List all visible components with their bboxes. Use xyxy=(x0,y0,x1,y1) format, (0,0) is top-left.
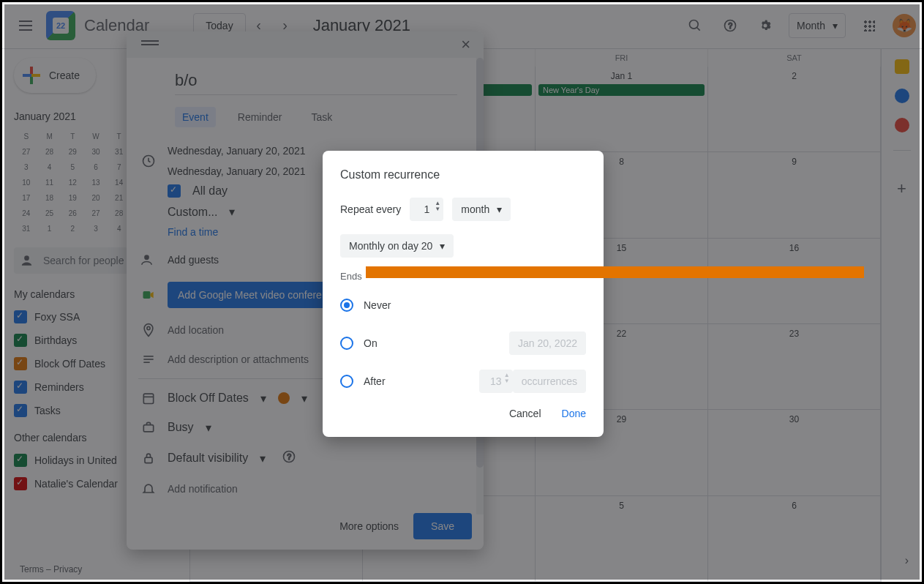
cancel-button[interactable]: Cancel xyxy=(509,408,541,419)
modal-title: Custom recurrence xyxy=(340,168,586,181)
repeat-every-label: Repeat every xyxy=(340,203,401,215)
repeat-unit-value: month xyxy=(461,203,489,215)
ends-after-radio[interactable] xyxy=(340,375,353,388)
chevron-down-icon: ▾ xyxy=(440,240,445,252)
occurrences-count-value: 13 xyxy=(490,375,502,387)
ends-on-radio[interactable] xyxy=(340,337,353,350)
ends-after-label: After xyxy=(364,375,386,387)
repeat-interval-value: 1 xyxy=(424,203,429,215)
occurrences-count-input[interactable]: 13 ▲▼ xyxy=(479,370,513,393)
done-button[interactable]: Done xyxy=(562,408,586,419)
repeat-interval-input[interactable]: 1 ▲▼ xyxy=(410,198,443,221)
ends-never-radio[interactable] xyxy=(340,299,353,312)
ends-on-date-input[interactable]: Jan 20, 2022 xyxy=(509,332,586,355)
occurrences-label: occurrences xyxy=(513,370,586,393)
ends-never-label: Never xyxy=(364,299,391,311)
repeat-unit-select[interactable]: month ▾ xyxy=(452,198,511,221)
event-bar[interactable] xyxy=(366,266,864,278)
stepper-icon: ▲▼ xyxy=(504,373,510,384)
custom-recurrence-modal: Custom recurrence Repeat every 1 ▲▼ mont… xyxy=(323,151,604,437)
monthly-rule-select[interactable]: Monthly on day 20 ▾ xyxy=(340,234,454,258)
monthly-rule-value: Monthly on day 20 xyxy=(349,240,432,252)
ends-on-label: On xyxy=(364,337,378,349)
stepper-icon[interactable]: ▲▼ xyxy=(435,201,440,212)
chevron-down-icon: ▾ xyxy=(497,203,502,215)
